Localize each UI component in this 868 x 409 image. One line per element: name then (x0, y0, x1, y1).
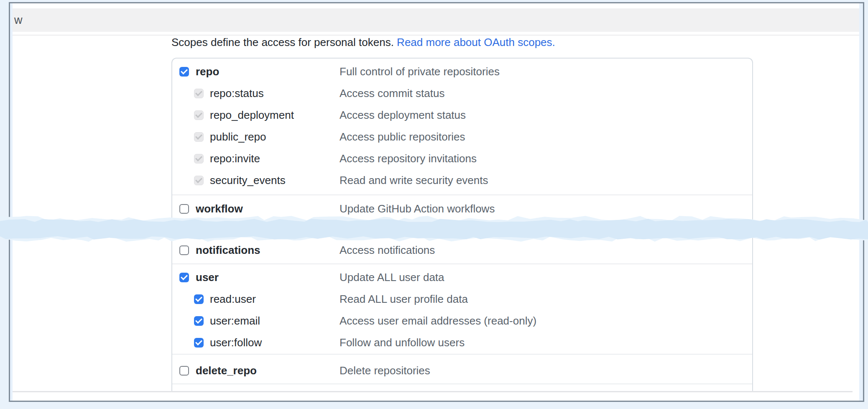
scope-description: Access notifications (340, 244, 435, 257)
scope-group-repo: repoFull control of private repositories… (172, 59, 752, 194)
scope-name-repo_deployment[interactable]: repo_deployment (210, 109, 294, 122)
content-cut-divider (13, 391, 853, 392)
checkbox-read:user[interactable] (194, 294, 204, 304)
scope-name-user[interactable]: user (196, 271, 219, 284)
scope-row-user:follow: user:followFollow and unfollow users (172, 335, 752, 350)
editor-header-bar: w (13, 8, 859, 32)
scope-name-security_events[interactable]: security_events (210, 174, 286, 187)
cut-off-row-stub (172, 384, 752, 391)
checkbox-repo:invite[interactable] (194, 154, 204, 164)
scope-name-repo:invite[interactable]: repo:invite (210, 152, 260, 165)
scope-name-read:user[interactable]: read:user (210, 293, 256, 306)
scope-description: Access commit status (340, 87, 444, 100)
scope-name-delete_repo[interactable]: delete_repo (196, 364, 257, 377)
scope-row-notifications: notificationsAccess notifications (172, 243, 752, 258)
intro-sentence: Scopes define the access for personal to… (171, 36, 394, 49)
screenshot-page: w Scopes define the access for personal … (0, 0, 868, 409)
scope-description: Read and write security events (340, 174, 488, 187)
checkbox-security_events[interactable] (194, 176, 204, 185)
scope-group-delete_repo: delete_repoDelete repositories (172, 355, 752, 383)
checkbox-notifications[interactable] (179, 245, 189, 255)
scope-row-user: userUpdate ALL user data (172, 270, 752, 285)
scope-row-security_events: security_eventsRead and write security e… (172, 173, 752, 188)
checkbox-repo:status[interactable] (194, 89, 204, 98)
checkbox-public_repo[interactable] (194, 132, 204, 142)
torn-screenshot-band (0, 213, 868, 244)
scope-description: Access public repositories (340, 130, 465, 143)
checkbox-repo_deployment[interactable] (194, 110, 204, 120)
scope-row-user:email: user:emailAccess user email addresses (r… (172, 313, 752, 328)
scope-name-notifications[interactable]: notifications (196, 244, 260, 257)
window-left-inset (10, 3, 13, 401)
scope-description: Access user email addresses (read-only) (340, 314, 536, 327)
oauth-scopes-link[interactable]: Read more about OAuth scopes. (397, 36, 555, 49)
scope-row-public_repo: public_repoAccess public repositories (172, 129, 752, 144)
scope-row-delete_repo: delete_repoDelete repositories (172, 363, 752, 378)
scope-name-repo[interactable]: repo (196, 65, 219, 78)
checkbox-delete_repo[interactable] (179, 366, 189, 376)
scope-description: Read ALL user profile data (340, 293, 468, 306)
scope-row-read:user: read:userRead ALL user profile data (172, 291, 752, 307)
scope-name-user:follow[interactable]: user:follow (210, 336, 262, 349)
scope-description: Access repository invitations (340, 152, 477, 165)
scope-group-notifications: notificationsAccess notifications (172, 242, 752, 263)
window-right-inset (859, 3, 863, 401)
scopes-intro-text: Scopes define the access for personal to… (171, 35, 799, 49)
checkbox-user:follow[interactable] (194, 338, 204, 348)
scope-name-repo:status[interactable]: repo:status (210, 87, 264, 100)
browser-content-window: w Scopes define the access for personal … (9, 2, 864, 402)
scope-description: Full control of private repositories (340, 65, 500, 78)
scope-name-public_repo[interactable]: public_repo (210, 130, 266, 143)
editor-header-text: w (14, 14, 23, 27)
checkbox-user[interactable] (179, 273, 189, 282)
scope-row-repo_deployment: repo_deploymentAccess deployment status (172, 107, 752, 123)
scope-row-repo:invite: repo:inviteAccess repository invitations (172, 151, 752, 166)
checkbox-repo[interactable] (179, 67, 189, 77)
scope-group-user: userUpdate ALL user dataread:userRead AL… (172, 264, 752, 354)
scope-description: Access deployment status (340, 109, 466, 122)
scope-description: Follow and unfollow users (340, 336, 465, 349)
scope-description: Delete repositories (340, 364, 430, 377)
scope-name-user:email[interactable]: user:email (210, 314, 260, 327)
checkbox-user:email[interactable] (194, 316, 204, 326)
scope-row-repo:status: repo:statusAccess commit status (172, 86, 752, 101)
scope-description: Update ALL user data (340, 271, 444, 284)
checkbox-workflow[interactable] (179, 204, 189, 214)
scope-row-repo: repoFull control of private repositories (172, 64, 752, 79)
